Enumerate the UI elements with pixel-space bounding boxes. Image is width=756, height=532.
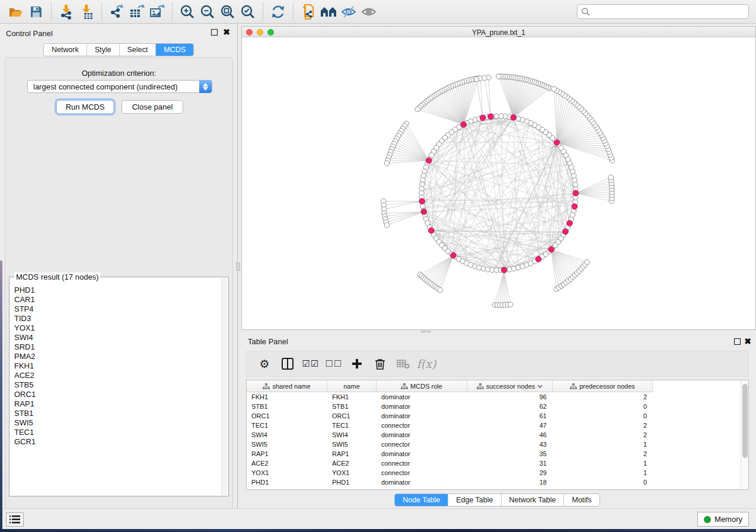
optimization-criterion-select[interactable]: largest connected component (undirected)	[27, 80, 212, 93]
table-scrollbar-thumb[interactable]	[742, 384, 748, 458]
zoom-selected-icon[interactable]	[239, 3, 257, 21]
column-header-name[interactable]: name	[327, 380, 377, 392]
table-row[interactable]: FKH1FKH1dominator962	[247, 392, 741, 402]
first-neighbors-icon[interactable]	[320, 3, 337, 21]
mcds-result-item[interactable]: CAR1	[14, 295, 216, 305]
mcds-tab-content: Optimization criterion: largest connecte…	[5, 57, 233, 523]
export-network-icon[interactable]	[108, 3, 126, 21]
show-columns-icon[interactable]	[280, 356, 295, 371]
tab-node-table[interactable]: Node Table	[395, 494, 448, 506]
show-all-icon[interactable]	[360, 3, 378, 21]
column-header-shared-name[interactable]: shared name	[247, 380, 327, 392]
hide-selected-icon[interactable]	[340, 3, 358, 21]
mcds-result-item[interactable]: YOX1	[14, 323, 216, 333]
column-header-successor-nodes[interactable]: successor nodes	[467, 380, 553, 392]
function-builder-icon: f(x)	[419, 356, 434, 371]
import-table-icon[interactable]	[78, 3, 95, 21]
mcds-result-item[interactable]: ACE2	[14, 371, 216, 380]
mcds-result-item[interactable]: STB1	[14, 409, 216, 418]
node-table-body: FKH1FKH1dominator962STB1STB1dominator620…	[247, 392, 741, 487]
memory-status-icon	[704, 516, 711, 523]
close-table-panel-icon[interactable]: ✖	[744, 337, 751, 345]
table-row[interactable]: RAP1RAP1dominator352	[247, 449, 741, 459]
zoom-in-icon[interactable]	[178, 3, 196, 21]
memory-button[interactable]: Memory	[697, 512, 749, 527]
table-row[interactable]: ORC1ORC1dominator610	[247, 411, 741, 421]
table-row[interactable]: SWI5SWI5connector431	[247, 440, 741, 449]
mcds-result-title: MCDS result (17 nodes)	[14, 273, 100, 281]
mcds-result-item[interactable]: RAP1	[14, 399, 216, 409]
mcds-result-item[interactable]: TEC1	[14, 428, 216, 437]
toolbar-separator	[172, 3, 173, 21]
run-mcds-button[interactable]: Run MCDS	[56, 100, 114, 114]
tab-mcds[interactable]: MCDS	[156, 44, 193, 56]
deselect-all-rows-icon[interactable]: ☐☐	[326, 356, 342, 371]
search-field-wrap	[577, 4, 749, 19]
network-canvas[interactable]	[242, 37, 755, 329]
mcds-result-item[interactable]: ORC1	[14, 390, 216, 399]
log-console-button[interactable]	[6, 512, 24, 527]
table-row[interactable]: YOX1YOX1connector291	[247, 468, 741, 477]
mcds-result-item[interactable]: PMA2	[14, 352, 216, 361]
float-panel-icon[interactable]	[211, 29, 218, 36]
table-scrollbar[interactable]	[741, 380, 748, 489]
select-all-rows-icon[interactable]: ☑☑	[303, 356, 318, 371]
network-graph[interactable]	[242, 37, 755, 329]
table-row[interactable]: SWI4SWI4dominator462	[247, 430, 741, 440]
tab-style[interactable]: Style	[87, 44, 120, 56]
mcds-result-item[interactable]: STP4	[14, 305, 216, 314]
mcds-result-item[interactable]: PHD1	[14, 286, 216, 295]
table-cell: ACE2	[247, 459, 327, 468]
table-cell: connector	[377, 440, 467, 449]
table-row[interactable]: ACE2ACE2connector311	[247, 459, 741, 468]
table-settings-gear-icon[interactable]: ⚙	[257, 356, 272, 371]
mcds-result-item[interactable]: SRD1	[14, 342, 216, 352]
mcds-result-item[interactable]: TID3	[14, 314, 216, 323]
export-table-icon[interactable]	[128, 3, 146, 21]
delete-column-icon[interactable]	[372, 356, 388, 371]
table-cell: SWI4	[327, 430, 377, 440]
node-table: shared namenameMCDS rolesuccessor nodesp…	[246, 380, 749, 490]
mcds-result-item[interactable]: SWI5	[14, 418, 216, 428]
apply-layout-icon[interactable]	[269, 3, 287, 21]
mcds-result-item[interactable]: SWI4	[14, 333, 216, 342]
column-header-MCDS-role[interactable]: MCDS role	[377, 380, 467, 392]
mcds-result-item[interactable]: STB5	[14, 380, 216, 390]
application-window: Control Panel ✖ NetworkStyleSelectMCDS O…	[0, 0, 756, 529]
table-cell: ORC1	[327, 411, 377, 421]
add-column-icon[interactable]	[349, 356, 365, 371]
float-table-panel-icon[interactable]	[734, 338, 741, 345]
tab-network-table[interactable]: Network Table	[502, 494, 564, 506]
mcds-list-scrollbar[interactable]	[221, 278, 228, 495]
open-session-icon[interactable]	[7, 3, 25, 21]
table-cell: YOX1	[327, 468, 377, 477]
delete-table-icon	[395, 356, 411, 371]
table-cell: RAP1	[327, 449, 377, 459]
table-row[interactable]: STB1STB1dominator620	[247, 402, 741, 411]
close-panel-icon[interactable]: ✖	[223, 28, 230, 36]
mcds-result-item[interactable]: FKH1	[14, 361, 216, 371]
table-cell: PHD1	[247, 477, 327, 487]
close-panel-button[interactable]: Close panel	[122, 100, 183, 114]
table-cell: dominator	[377, 449, 467, 459]
table-cell: dominator	[377, 430, 467, 440]
zoom-fit-icon[interactable]	[219, 3, 237, 21]
zoom-out-icon[interactable]	[199, 3, 216, 21]
column-header-predecessor-nodes[interactable]: predecessor nodes	[553, 380, 653, 392]
tab-edge-table[interactable]: Edge Table	[448, 494, 501, 506]
vertical-divider-grip[interactable]	[236, 262, 240, 271]
export-image-icon[interactable]	[148, 3, 166, 21]
mcds-result-item[interactable]: GCR1	[14, 437, 216, 447]
tab-motifs[interactable]: Motifs	[564, 494, 599, 506]
tab-select[interactable]: Select	[120, 44, 157, 56]
mcds-result-list[interactable]: PHD1CAR1STP4TID3YOX1SWI4SRD1PMA2FKH1ACE2…	[14, 286, 216, 447]
table-cell: FKH1	[247, 392, 327, 402]
import-network-icon[interactable]	[58, 3, 75, 21]
memory-label: Memory	[714, 515, 742, 524]
table-row[interactable]: TEC1TEC1connector472	[247, 421, 741, 430]
save-session-icon[interactable]	[27, 3, 45, 21]
network-file-icon[interactable]	[299, 3, 317, 21]
table-row[interactable]: PHD1PHD1dominator180	[247, 477, 741, 487]
search-input[interactable]	[577, 4, 749, 19]
tab-network[interactable]: Network	[44, 44, 87, 56]
